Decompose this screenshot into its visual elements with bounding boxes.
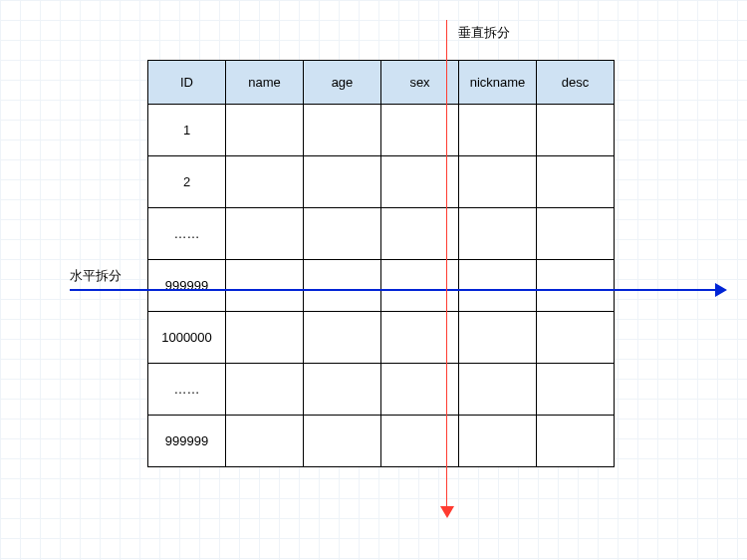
table-cell bbox=[304, 364, 381, 416]
table-cell bbox=[537, 312, 615, 364]
vertical-split-arrow bbox=[446, 20, 447, 508]
table-row: 999999 bbox=[148, 260, 615, 312]
table-cell bbox=[537, 416, 615, 467]
table-cell bbox=[537, 260, 615, 312]
table-cell bbox=[226, 364, 304, 416]
table-cell bbox=[537, 364, 615, 416]
table-cell bbox=[304, 208, 381, 260]
table-cell bbox=[459, 364, 537, 416]
table-cell bbox=[459, 156, 537, 208]
arrow-down-icon bbox=[440, 506, 454, 518]
table-row: …… bbox=[148, 364, 615, 416]
col-header: age bbox=[304, 61, 381, 105]
table-cell bbox=[304, 105, 381, 156]
table-cell bbox=[459, 416, 537, 467]
table-cell bbox=[226, 105, 304, 156]
table-cell: …… bbox=[148, 208, 226, 260]
table-row: 1 bbox=[148, 105, 615, 156]
data-table: ID name age sex nickname desc 1 2 …… bbox=[147, 60, 615, 467]
table-row: 999999 bbox=[148, 416, 615, 467]
table-header-row: ID name age sex nickname desc bbox=[148, 61, 615, 105]
table-cell bbox=[459, 260, 537, 312]
col-header: ID bbox=[148, 61, 226, 105]
table-cell bbox=[304, 312, 381, 364]
table-cell: 1000000 bbox=[148, 312, 226, 364]
table-cell bbox=[304, 416, 381, 467]
table-cell bbox=[226, 260, 304, 312]
col-header: desc bbox=[537, 61, 615, 105]
table-cell bbox=[226, 156, 304, 208]
vertical-split-label: 垂直拆分 bbox=[458, 24, 510, 42]
horizontal-split-label: 水平拆分 bbox=[70, 267, 122, 285]
col-header: nickname bbox=[459, 61, 537, 105]
arrow-right-icon bbox=[715, 283, 727, 297]
col-header: name bbox=[226, 61, 304, 105]
table-row: 1000000 bbox=[148, 312, 615, 364]
table-cell bbox=[459, 105, 537, 156]
table-cell: 2 bbox=[148, 156, 226, 208]
table-cell bbox=[304, 260, 381, 312]
table-cell bbox=[537, 156, 615, 208]
table-cell: 999999 bbox=[148, 416, 226, 467]
horizontal-split-arrow bbox=[70, 289, 717, 291]
table-cell: …… bbox=[148, 364, 226, 416]
table-cell bbox=[537, 105, 615, 156]
table-row: 2 bbox=[148, 156, 615, 208]
table-cell bbox=[459, 312, 537, 364]
table-cell: 999999 bbox=[148, 260, 226, 312]
table-cell bbox=[304, 156, 381, 208]
table-cell bbox=[537, 208, 615, 260]
table-cell bbox=[226, 312, 304, 364]
table-cell bbox=[226, 416, 304, 467]
table-row: …… bbox=[148, 208, 615, 260]
table-cell: 1 bbox=[148, 105, 226, 156]
table-cell bbox=[459, 208, 537, 260]
table-cell bbox=[226, 208, 304, 260]
